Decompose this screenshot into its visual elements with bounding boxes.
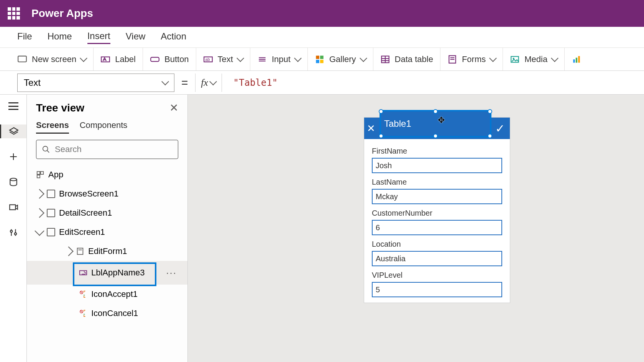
datatable-btn-label: Data table [395, 54, 433, 64]
property-name: Text [24, 77, 41, 88]
gallery-icon [315, 54, 325, 64]
waffle-icon[interactable] [8, 7, 20, 20]
svg-rect-27 [10, 205, 15, 210]
svg-rect-37 [77, 248, 83, 255]
tree-node-lblappname3[interactable]: LblAppName3 ··· [27, 261, 187, 285]
screen-node-icon [47, 209, 55, 217]
label-button[interactable]: Label [94, 48, 143, 70]
svg-point-26 [10, 178, 16, 181]
datatable-button[interactable]: Data table [373, 48, 440, 70]
input-button[interactable]: Input [250, 48, 308, 70]
chevron-right-icon [64, 246, 73, 256]
tab-insert[interactable]: Insert [87, 31, 110, 44]
hamburger-button[interactable] [7, 99, 20, 113]
svg-rect-36 [37, 175, 40, 178]
formula-bar: Text = fx "Table1" [0, 71, 644, 95]
text-button[interactable]: ab Text [196, 48, 250, 70]
tab-home[interactable]: Home [48, 31, 72, 43]
tree-tab-screens[interactable]: Screens [36, 120, 69, 134]
field-input-firstname[interactable]: Josh [372, 158, 502, 173]
form-title-selected[interactable]: Table1 ✥ [378, 118, 493, 139]
tree-panel: Tree view ✕ Screens Components App Brows… [27, 95, 188, 362]
field-label: Location [372, 240, 502, 249]
resize-handle[interactable] [379, 109, 383, 114]
tree-node-iconaccept[interactable]: + IconAccept1 [27, 285, 187, 304]
svg-line-33 [47, 151, 49, 153]
tools-rail-button[interactable] [7, 226, 20, 239]
svg-line-41 [80, 292, 83, 294]
resize-handle[interactable] [433, 109, 438, 114]
tree-node-iconcancel[interactable]: + IconCancel1 [27, 304, 187, 323]
svg-text:+: + [83, 293, 85, 297]
resize-handle[interactable] [379, 134, 383, 138]
chevron-down-icon [34, 226, 44, 236]
cylinder-icon [8, 177, 18, 187]
svg-point-31 [14, 233, 16, 235]
tree-node-label: EditForm1 [88, 246, 127, 256]
tree-node-label: DetailScreen1 [59, 208, 112, 218]
ribbon-tabs: File Home Insert View Action [0, 27, 644, 48]
button-btn-label: Button [164, 54, 189, 64]
new-screen-button[interactable]: New screen [17, 48, 94, 70]
field-label: VIPLevel [372, 271, 502, 280]
property-selector[interactable]: Text [17, 74, 174, 92]
treeview-rail-button[interactable] [0, 124, 26, 138]
tree-node-more[interactable]: ··· [166, 267, 177, 279]
media-rail-button[interactable] [7, 200, 20, 214]
tree-node-detailscreen[interactable]: DetailScreen1 [27, 203, 187, 223]
form-accept-button[interactable]: ✓ [493, 122, 507, 135]
canvas[interactable]: ✕ Table1 ✥ ✓ FirstName [188, 95, 644, 362]
tools-icon [8, 228, 18, 238]
svg-rect-35 [41, 172, 43, 174]
resize-handle[interactable] [433, 134, 438, 138]
ribbon-content: New screen Label Button ab Text Input Ga… [0, 48, 644, 71]
media-rail-icon [8, 202, 18, 212]
tree-node-editscreen[interactable]: EditScreen1 [27, 223, 187, 242]
plus-icon [8, 152, 18, 162]
input-icon [257, 54, 267, 64]
tree-node-label: IconCancel1 [91, 308, 138, 318]
hamburger-icon [8, 102, 18, 110]
resize-handle[interactable] [488, 109, 492, 114]
tree-search[interactable] [36, 140, 178, 159]
tree-node-label: App [48, 170, 63, 180]
tree-node-browsescreen[interactable]: BrowseScreen1 [27, 184, 187, 203]
media-button[interactable]: Media [503, 48, 565, 70]
gallery-button[interactable]: Gallery [308, 48, 373, 70]
field-input-lastname[interactable]: Mckay [372, 189, 502, 204]
form-body: FirstName Josh LastName Mckay CustomerNu… [364, 139, 510, 303]
text-icon: ab [203, 54, 213, 64]
tree-close-button[interactable]: ✕ [169, 102, 178, 114]
forms-button[interactable]: Forms [440, 48, 503, 70]
tree-node-app[interactable]: App [27, 165, 187, 184]
tree-node-label: EditScreen1 [59, 227, 105, 237]
table-icon [380, 54, 390, 64]
field-input-customernumber[interactable]: 6 [372, 220, 502, 235]
tree-node-label: LblAppName3 [91, 268, 145, 278]
gallery-btn-label: Gallery [329, 54, 356, 64]
formula-input[interactable]: "Table1" [229, 77, 627, 88]
tree-node-editform[interactable]: EditForm1 [27, 242, 187, 261]
field-input-location[interactable]: Australia [372, 251, 502, 266]
tab-view[interactable]: View [126, 31, 146, 43]
button-button[interactable]: Button [143, 48, 196, 70]
app-icon [36, 170, 44, 179]
resize-handle[interactable] [488, 134, 492, 138]
chart-button[interactable] [565, 48, 588, 70]
tree-tab-components[interactable]: Components [80, 120, 128, 134]
fx-button[interactable]: fx [195, 74, 222, 92]
tree-list: App BrowseScreen1 DetailScreen1 EditScre… [27, 165, 187, 362]
chevron-right-icon [34, 189, 44, 198]
chevron-down-icon [80, 54, 87, 62]
form-cancel-button[interactable]: ✕ [364, 123, 378, 134]
search-icon [42, 145, 50, 154]
tree-search-input[interactable] [55, 144, 172, 154]
tab-action[interactable]: Action [161, 31, 186, 43]
tab-file[interactable]: File [17, 31, 32, 43]
chevron-right-icon [34, 208, 44, 218]
edit-form-card: ✕ Table1 ✥ ✓ FirstName [364, 118, 510, 303]
add-rail-button[interactable] [7, 150, 20, 164]
tree-node-label: BrowseScreen1 [59, 189, 118, 199]
field-input-viplevel[interactable]: 5 [372, 282, 502, 297]
data-rail-button[interactable] [7, 175, 20, 189]
